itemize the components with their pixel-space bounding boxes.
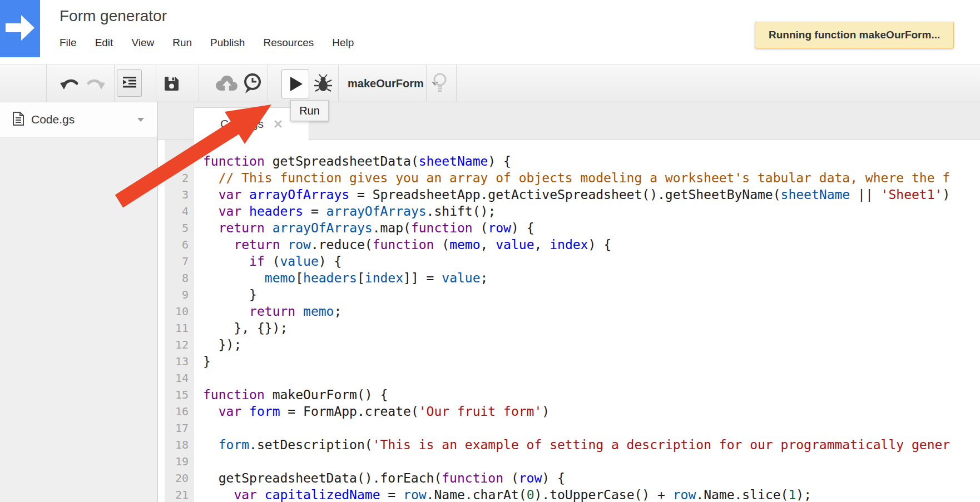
- code-text: [194, 453, 203, 470]
- toolbar-separator: [114, 65, 115, 102]
- code-line: 5 return arrayOfArrays.map(function (row…: [158, 220, 980, 236]
- code-line: 2 // This function gives you an array of…: [158, 170, 980, 186]
- project-title: Form generator: [60, 7, 167, 25]
- suggestions-button[interactable]: [432, 72, 448, 97]
- code-line: 17: [158, 420, 980, 436]
- code-line: 4 var headers = arrayOfArrays.shift();: [158, 203, 980, 220]
- toolbar-separator: [156, 65, 156, 102]
- code-text: [194, 370, 203, 386]
- function-selector-label: makeOurForm: [348, 77, 424, 90]
- code-line: 13}: [158, 353, 980, 370]
- line-number: 20: [165, 470, 194, 486]
- line-number: 16: [165, 403, 194, 420]
- indent-button[interactable]: [117, 69, 142, 97]
- cloud-icon: [214, 74, 239, 95]
- code-text: return row.reduce(function (memo, value,…: [194, 236, 611, 253]
- menu-item-resources[interactable]: Resources: [263, 37, 314, 49]
- menu-item-view[interactable]: View: [131, 37, 154, 49]
- save-icon: [164, 76, 179, 93]
- code-text: var form = FormApp.create('Our fruit for…: [194, 403, 550, 420]
- execution-transcript-button[interactable]: [242, 73, 263, 96]
- code-line: 10 return memo;: [158, 303, 980, 320]
- toolbar-separator: [426, 65, 427, 102]
- apps-script-editor: Form generator FileEditViewRunPublishRes…: [0, 0, 980, 502]
- file-menu-caret-icon[interactable]: [137, 118, 144, 122]
- toolbar-separator: [456, 65, 457, 102]
- debug-button[interactable]: [313, 74, 333, 95]
- code-editor[interactable]: 1function getSpreadsheetData(sheetName) …: [158, 140, 980, 502]
- undo-button[interactable]: [60, 76, 81, 95]
- function-selector[interactable]: makeOurForm: [348, 65, 438, 102]
- redo-icon: [85, 76, 105, 95]
- code-line: 14: [158, 370, 980, 386]
- line-number: 18: [165, 436, 194, 453]
- code-text: }, {});: [194, 320, 288, 336]
- line-number: 11: [165, 320, 194, 336]
- code-text: form.setDescription('This is an example …: [194, 436, 950, 453]
- code-text: var arrayOfArrays = SpreadsheetApp.getAc…: [194, 186, 950, 203]
- toolbar-separator: [199, 65, 199, 102]
- code-line: 21 var capitalizedName = row.Name.charAt…: [158, 486, 980, 502]
- code-text: var headers = arrayOfArrays.shift();: [194, 203, 496, 220]
- code-line: 16 var form = FormApp.create('Our fruit …: [158, 403, 980, 420]
- run-icon: [290, 77, 303, 91]
- toolbar: makeOurForm: [0, 64, 980, 102]
- code-line: 20 getSpreadsheetData().forEach(function…: [158, 470, 980, 486]
- code-line: 15function makeOurForm() {: [158, 386, 980, 403]
- menu-item-file[interactable]: File: [60, 37, 77, 49]
- save-button[interactable]: [164, 76, 179, 93]
- menu-item-help[interactable]: Help: [332, 37, 354, 49]
- code-line: 3 var arrayOfArrays = SpreadsheetApp.get…: [158, 186, 980, 203]
- line-number: 10: [165, 303, 194, 320]
- code-line: 8 memo[headers[index]] = value;: [158, 270, 980, 286]
- arrow-right-icon: [6, 15, 34, 43]
- tab-strip: Code.gs: [158, 102, 980, 140]
- line-number: 9: [165, 286, 194, 303]
- line-number: 12: [165, 336, 194, 353]
- tab-label: Code.gs: [220, 117, 264, 131]
- code-text: [194, 420, 203, 436]
- code-text: return arrayOfArrays.map(function (row) …: [194, 220, 534, 236]
- code-line: 18 form.setDescription('This is an examp…: [158, 436, 980, 453]
- line-number: 19: [165, 453, 194, 470]
- menubar: FileEditViewRunPublishResourcesHelp: [60, 34, 372, 51]
- line-number: 5: [165, 220, 194, 236]
- code-text: });: [194, 336, 241, 353]
- cloud-save-button[interactable]: [214, 74, 239, 95]
- files-sidebar: Code.gs: [0, 102, 158, 502]
- code-text: // This function gives you an array of o…: [194, 170, 950, 186]
- code-line: 19: [158, 453, 980, 470]
- line-number: 1: [165, 153, 194, 170]
- menu-item-edit[interactable]: Edit: [95, 37, 113, 49]
- history-icon: [242, 73, 263, 96]
- code-text: }: [194, 286, 257, 303]
- menu-item-publish[interactable]: Publish: [210, 37, 245, 49]
- code-text: if (value) {: [194, 253, 341, 270]
- code-area[interactable]: 1function getSpreadsheetData(sheetName) …: [158, 153, 980, 502]
- code-line: 11 }, {});: [158, 320, 980, 336]
- code-text: memo[headers[index]] = value;: [194, 270, 488, 286]
- file-name-label: Code.gs: [31, 113, 75, 126]
- redo-button[interactable]: [85, 76, 105, 95]
- code-text: }: [194, 353, 211, 370]
- toolbar-separator: [268, 65, 268, 102]
- line-number: 2: [165, 170, 194, 186]
- line-number: 8: [165, 270, 194, 286]
- code-line: 6 return row.reduce(function (memo, valu…: [158, 236, 980, 253]
- bug-icon: [313, 74, 333, 95]
- line-number: 7: [165, 253, 194, 270]
- run-button[interactable]: [281, 69, 309, 98]
- undo-icon: [60, 76, 81, 95]
- lightbulb-icon: [432, 72, 448, 97]
- line-number: 6: [165, 236, 194, 253]
- code-text: getSpreadsheetData().forEach(function (r…: [194, 470, 565, 486]
- close-icon[interactable]: [274, 120, 283, 128]
- code-line: 7 if (value) {: [158, 253, 980, 270]
- sidebar-item-code-gs[interactable]: Code.gs: [0, 102, 157, 137]
- line-number: 17: [165, 420, 194, 436]
- line-number: 15: [165, 386, 194, 403]
- run-tooltip: Run: [290, 100, 329, 121]
- line-number: 4: [165, 203, 194, 220]
- line-number: 14: [165, 370, 194, 386]
- menu-item-run[interactable]: Run: [172, 37, 192, 49]
